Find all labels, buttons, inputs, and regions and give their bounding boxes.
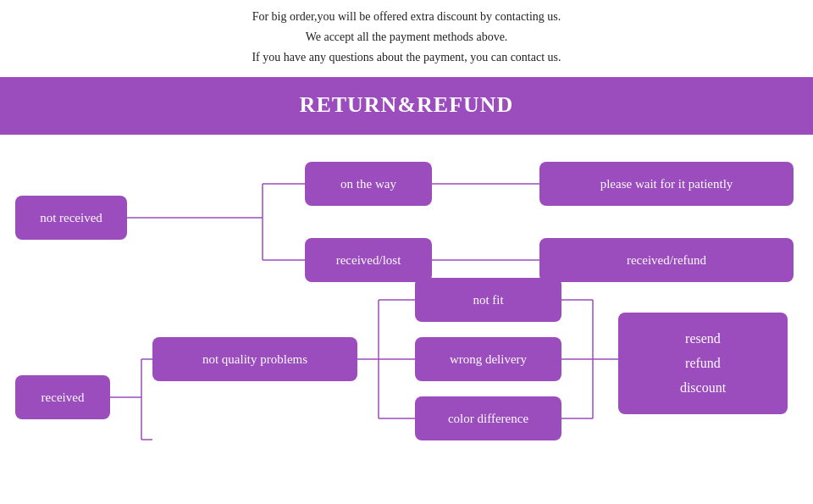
node-not-fit: not fit	[415, 278, 561, 322]
node-not-received: not received	[15, 196, 127, 240]
top-line2: We accept all the payment methods above.	[17, 27, 796, 47]
top-description: For big order,you will be offered extra …	[0, 0, 813, 77]
node-received: received	[15, 375, 110, 419]
top-line3: If you have any questions about the paym…	[17, 47, 796, 68]
top-line1: For big order,you will be offered extra …	[17, 7, 796, 27]
header-banner: RETURN&REFUND	[0, 77, 813, 133]
node-received-refund: received/refund	[539, 238, 794, 282]
node-resend-refund: resend refund discount	[618, 313, 788, 414]
page-title: RETURN&REFUND	[0, 92, 813, 118]
node-please-wait: please wait for it patiently	[539, 162, 794, 206]
diagram-area: not received on the way please wait for …	[0, 135, 813, 499]
node-not-quality: not quality problems	[152, 337, 357, 381]
node-wrong-delivery: wrong delivery	[415, 337, 561, 381]
node-received-lost: received/lost	[305, 238, 432, 282]
node-on-the-way: on the way	[305, 162, 432, 206]
node-color-difference: color difference	[415, 396, 561, 440]
